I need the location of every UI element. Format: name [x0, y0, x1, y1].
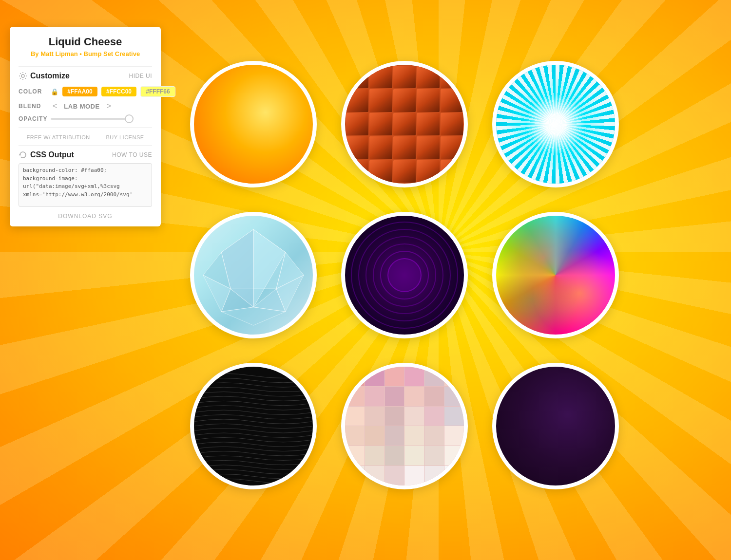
download-svg-button[interactable]: DOWNLOAD SVG	[19, 213, 152, 220]
customize-label: Customize	[30, 72, 70, 80]
mosaic-cell	[385, 407, 404, 426]
mosaic-cell	[424, 387, 444, 406]
mosaic-cell	[345, 367, 365, 386]
crystal-svg	[194, 216, 313, 335]
blend-label: BLEND	[19, 103, 47, 110]
ui-panel: Liquid Cheese By Matt Lipman • Bump Set …	[10, 27, 161, 226]
brick-cell	[393, 136, 416, 159]
mosaic-cell	[365, 426, 385, 446]
mosaic-cell	[424, 367, 444, 386]
mosaic-cell	[345, 426, 365, 446]
color-swatch-1[interactable]: #FFAA00	[62, 87, 97, 96]
brick-cell	[369, 89, 392, 112]
app-subtitle: By Matt Lipman • Bump Set Creative	[19, 50, 152, 57]
divider-1	[19, 66, 152, 67]
circle-yellow-gradient[interactable]	[190, 61, 317, 187]
circle-brick-texture[interactable]	[341, 61, 468, 187]
mosaic-cell	[404, 446, 424, 466]
mosaic-cell	[365, 367, 385, 386]
mosaic-cell	[444, 466, 464, 485]
circle-rainbow[interactable]	[492, 212, 619, 338]
mosaic-grid	[345, 367, 464, 485]
css-output-label: CSS Output	[30, 150, 74, 159]
circles-area: .wl { fill:none; stroke:#444; stroke-wid…	[175, 0, 721, 560]
mosaic-cell	[385, 446, 404, 466]
mosaic-cell	[385, 466, 404, 485]
blend-row: BLEND < LAB MODE >	[19, 102, 152, 111]
circle-cyan-starburst[interactable]	[492, 61, 619, 187]
gear-icon	[19, 72, 27, 80]
brick-cell	[369, 160, 392, 183]
color-swatch-2[interactable]: #FFCC00	[101, 87, 136, 96]
circle-dark-purple[interactable]	[492, 363, 619, 489]
hide-ui-button[interactable]: HIDE UI	[129, 73, 152, 79]
brick-cell	[346, 136, 368, 159]
mosaic-cell	[345, 466, 365, 485]
circle-wavy-lines[interactable]: .wl { fill:none; stroke:#444; stroke-wid…	[190, 363, 317, 489]
free-attribution-button[interactable]: FREE W/ ATTRIBUTION	[26, 134, 90, 140]
brick-cell	[393, 160, 416, 183]
ring-6	[387, 258, 422, 292]
brick-cell	[417, 113, 439, 135]
app-title: Liquid Cheese	[19, 36, 152, 48]
mosaic-cell	[385, 367, 404, 386]
mosaic-cell	[404, 367, 424, 386]
mosaic-cell	[424, 446, 444, 466]
mosaic-cell	[365, 407, 385, 426]
divider-2	[19, 127, 152, 128]
concentric-rings	[345, 216, 464, 335]
mosaic-cell	[424, 426, 444, 446]
circle-crystal[interactable]	[190, 212, 317, 338]
refresh-icon	[19, 150, 27, 159]
brick-cell	[441, 160, 463, 183]
brick-cell	[441, 89, 463, 112]
mosaic-cell	[444, 426, 464, 446]
brick-cell	[346, 113, 368, 135]
mosaic-cell	[365, 466, 385, 485]
mosaic-cell	[385, 426, 404, 446]
circle-pink-mosaic[interactable]	[341, 363, 468, 489]
mosaic-cell	[345, 387, 365, 406]
starburst-center	[496, 65, 615, 184]
blend-right-button[interactable]: >	[105, 102, 113, 111]
color-row: COLOR 🔒 #FFAA00 #FFCC00 #FFFF66	[19, 86, 152, 97]
css-output-title: CSS Output	[19, 150, 74, 159]
opacity-slider[interactable]	[51, 118, 134, 120]
mosaic-cell	[404, 407, 424, 426]
mosaic-cell	[424, 466, 444, 485]
mosaic-cell	[404, 466, 424, 485]
lock-icon[interactable]: 🔒	[51, 88, 58, 95]
rainbow-overlay	[496, 216, 615, 335]
brick-cell	[417, 136, 439, 159]
color-swatch-3[interactable]: #FFFF66	[140, 86, 175, 97]
circles-grid: .wl { fill:none; stroke:#444; stroke-wid…	[175, 46, 634, 514]
css-output-textarea[interactable]	[19, 163, 152, 207]
brick-cell	[346, 89, 368, 112]
color-label: COLOR	[19, 88, 47, 95]
mosaic-cell	[365, 446, 385, 466]
circle-purple-concentric[interactable]	[341, 212, 468, 338]
brick-cell	[346, 160, 368, 183]
brick-cell	[441, 66, 463, 88]
blend-controls: < LAB MODE >	[51, 102, 113, 111]
brick-grid	[345, 65, 464, 184]
brick-cell	[441, 113, 463, 135]
subtitle-sep: •	[79, 50, 82, 57]
mosaic-cell	[404, 387, 424, 406]
mosaic-cell	[444, 387, 464, 406]
blend-mode-label: LAB MODE	[64, 103, 99, 110]
mosaic-cell	[444, 367, 464, 386]
mosaic-cell	[345, 407, 365, 426]
brick-cell	[417, 160, 439, 183]
how-to-use-button[interactable]: HOW TO USE	[112, 151, 152, 158]
brick-cell	[417, 66, 439, 88]
mosaic-cell	[385, 387, 404, 406]
buy-license-button[interactable]: BUY LICENSE	[106, 134, 144, 140]
svg-point-0	[21, 75, 24, 77]
blend-left-button[interactable]: <	[51, 102, 59, 111]
brick-cell	[393, 89, 416, 112]
brick-cell	[369, 66, 392, 88]
mosaic-cell	[424, 407, 444, 426]
customize-title: Customize	[19, 72, 70, 80]
subtitle-company: Bump Set Creative	[84, 50, 140, 57]
